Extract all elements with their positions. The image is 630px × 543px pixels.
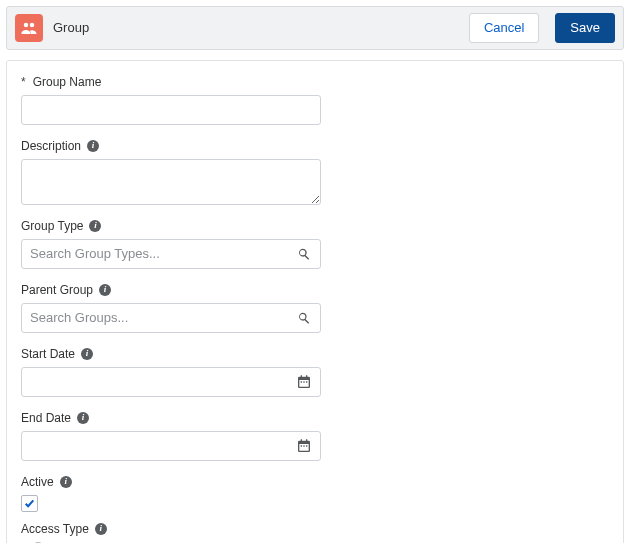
- dialog-title: Group: [53, 20, 89, 35]
- cancel-button[interactable]: Cancel: [469, 13, 539, 43]
- start-date-label: Start Date: [21, 347, 75, 361]
- calendar-icon: [296, 374, 312, 390]
- parent-group-label: Parent Group: [21, 283, 93, 297]
- field-group-name: * Group Name: [21, 75, 321, 125]
- calendar-icon: [296, 438, 312, 454]
- group-icon: [15, 14, 43, 42]
- info-icon[interactable]: i: [77, 412, 89, 424]
- info-icon[interactable]: i: [87, 140, 99, 152]
- field-group-type: Group Type i: [21, 219, 321, 269]
- field-access-type: Access Type i Private Public: [21, 522, 321, 543]
- group-type-input[interactable]: [30, 246, 288, 261]
- dialog-header: Group Cancel Save: [6, 6, 624, 50]
- end-date-label: End Date: [21, 411, 71, 425]
- group-type-lookup[interactable]: [21, 239, 321, 269]
- info-icon[interactable]: i: [89, 220, 101, 232]
- start-date-picker[interactable]: [21, 367, 321, 397]
- parent-group-input[interactable]: [30, 310, 288, 325]
- save-button[interactable]: Save: [555, 13, 615, 43]
- info-icon[interactable]: i: [95, 523, 107, 535]
- group-name-input[interactable]: [21, 95, 321, 125]
- description-input[interactable]: [21, 159, 321, 205]
- field-description: Description i: [21, 139, 321, 205]
- field-parent-group: Parent Group i: [21, 283, 321, 333]
- description-label: Description: [21, 139, 81, 153]
- check-icon: [24, 498, 35, 509]
- group-name-label: Group Name: [33, 75, 102, 89]
- info-icon[interactable]: i: [81, 348, 93, 360]
- form-panel: * Group Name Description i Group Type i: [6, 60, 624, 543]
- end-date-picker[interactable]: [21, 431, 321, 461]
- start-date-input[interactable]: [30, 374, 288, 389]
- search-icon: [296, 246, 312, 262]
- field-start-date: Start Date i: [21, 347, 321, 397]
- group-type-label: Group Type: [21, 219, 83, 233]
- end-date-input[interactable]: [30, 438, 288, 453]
- active-label: Active: [21, 475, 54, 489]
- field-end-date: End Date i: [21, 411, 321, 461]
- active-checkbox[interactable]: [21, 495, 38, 512]
- access-type-label: Access Type: [21, 522, 89, 536]
- required-mark: *: [21, 75, 26, 89]
- search-icon: [296, 310, 312, 326]
- info-icon[interactable]: i: [60, 476, 72, 488]
- info-icon[interactable]: i: [99, 284, 111, 296]
- parent-group-lookup[interactable]: [21, 303, 321, 333]
- field-active: Active i: [21, 475, 321, 512]
